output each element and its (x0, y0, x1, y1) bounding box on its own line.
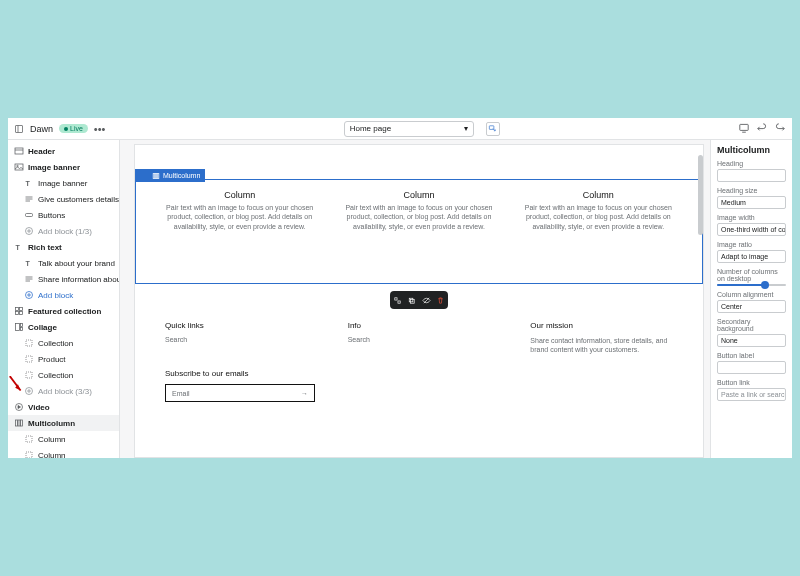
svg-rect-26 (20, 308, 23, 311)
hide-icon[interactable] (422, 296, 431, 305)
viewport-inspector-icon[interactable] (486, 122, 500, 136)
lines-icon (24, 194, 34, 204)
sidebar-item[interactable]: Column (8, 431, 119, 447)
svg-rect-13 (26, 214, 33, 217)
sidebar-image-banner[interactable]: Image banner (8, 159, 119, 175)
svg-rect-34 (26, 372, 32, 378)
collection-icon (24, 354, 34, 364)
svg-rect-50 (398, 300, 400, 302)
page-selector-label: Home page (350, 124, 391, 133)
button-label-input[interactable] (717, 361, 786, 374)
svg-rect-48 (157, 173, 159, 178)
footer-quick-links-title: Quick links (165, 321, 308, 330)
button-label-label: Button label (717, 352, 786, 359)
sidebar-item[interactable]: Buttons (8, 207, 119, 223)
undo-icon[interactable] (756, 122, 768, 136)
theme-name: Dawn (30, 124, 53, 134)
heading-size-select[interactable]: Medium (717, 196, 786, 209)
preview-scrollbar[interactable] (697, 145, 703, 457)
svg-rect-32 (26, 340, 32, 346)
settings-title: Multicolumn (717, 145, 786, 155)
collection-icon (24, 450, 34, 458)
sidebar-item[interactable]: TImage banner (8, 175, 119, 191)
svg-rect-30 (21, 324, 23, 327)
sidebar-item[interactable]: Give customers details about ... (8, 191, 119, 207)
alignment-label: Column alignment (717, 291, 786, 298)
plus-circle-icon (24, 386, 34, 396)
section-toolbar (390, 291, 448, 309)
subscribe-section: Subscribe to our emails Email → (165, 369, 315, 402)
image-ratio-select[interactable]: Adapt to image (717, 250, 786, 263)
preview-canvas: Multicolumn ColumnPair text with an imag… (120, 140, 710, 458)
columns-label: Number of columns on desktop (717, 268, 786, 282)
image-width-select[interactable]: One-third width of column (717, 223, 786, 236)
sidebar-featured[interactable]: Featured collection (8, 303, 119, 319)
sidebar-item[interactable]: Column (8, 447, 119, 458)
svg-rect-46 (153, 173, 155, 178)
collection-icon (24, 434, 34, 444)
add-block[interactable]: Add block (3/3) (8, 383, 119, 399)
svg-rect-52 (411, 299, 415, 303)
footer-link[interactable]: Search (348, 336, 491, 343)
collage-icon (14, 322, 24, 332)
svg-point-8 (17, 165, 19, 167)
svg-rect-42 (21, 420, 23, 426)
footer-section: Quick linksSearch InfoSearch Our mission… (135, 315, 703, 361)
sidebar-video[interactable]: Video (8, 399, 119, 415)
add-block[interactable]: Add block (1/3) (8, 223, 119, 239)
settings-panel: Multicolumn Heading Heading size Medium … (710, 140, 792, 458)
svg-rect-5 (15, 148, 23, 154)
duplicate-icon[interactable] (407, 296, 416, 305)
preview-frame: Multicolumn ColumnPair text with an imag… (134, 144, 704, 458)
sidebar-item[interactable]: Collection (8, 335, 119, 351)
sidebar-item[interactable]: Collection (8, 367, 119, 383)
image-ratio-label: Image ratio (717, 241, 786, 248)
sidebar-item[interactable]: TTalk about your brand (8, 255, 119, 271)
sidebar-item[interactable]: Share information about your... (8, 271, 119, 287)
top-bar: Dawn Live ••• Home page ▾ (8, 118, 792, 140)
button-link-label: Button link (717, 379, 786, 386)
background-select[interactable]: None (717, 334, 786, 347)
multicolumn-icon (14, 418, 24, 428)
multicolumn-section[interactable]: ColumnPair text with an image to focus o… (135, 179, 703, 284)
video-icon (14, 402, 24, 412)
svg-rect-7 (15, 164, 23, 170)
footer-mission-text: Share contact information, store details… (530, 336, 673, 355)
device-preview-icon[interactable] (738, 122, 750, 136)
footer-link[interactable]: Search (165, 336, 308, 343)
svg-rect-27 (16, 312, 19, 315)
svg-rect-49 (395, 297, 397, 299)
sidebar-rich-text[interactable]: TRich text (8, 239, 119, 255)
email-input[interactable]: Email → (165, 384, 315, 402)
text-icon: T (24, 258, 34, 268)
sidebar-multicolumn[interactable]: Multicolumn (8, 415, 119, 431)
rich-text-icon: T (14, 242, 24, 252)
sidebar-collage[interactable]: Collage (8, 319, 119, 335)
image-width-label: Image width (717, 214, 786, 221)
svg-rect-44 (26, 452, 32, 458)
settings-icon[interactable] (393, 296, 402, 305)
svg-text:T: T (26, 260, 31, 267)
more-menu[interactable]: ••• (94, 123, 106, 135)
columns-slider[interactable] (717, 284, 786, 286)
live-badge: Live (59, 124, 88, 133)
sidebar-header[interactable]: Header (8, 143, 119, 159)
redo-icon[interactable] (774, 122, 786, 136)
plus-circle-icon (24, 226, 34, 236)
header-icon (14, 146, 24, 156)
button-link-input[interactable]: Paste a link or search (717, 388, 786, 401)
alignment-select[interactable]: Center (717, 300, 786, 313)
collection-icon (24, 338, 34, 348)
add-block[interactable]: Add block (8, 287, 119, 303)
background-label: Secondary background (717, 318, 786, 332)
page-selector[interactable]: Home page ▾ (344, 121, 474, 137)
delete-icon[interactable] (436, 296, 445, 305)
heading-input[interactable] (717, 169, 786, 182)
sidebar-item[interactable]: Product (8, 351, 119, 367)
arrow-right-icon[interactable]: → (301, 390, 308, 397)
svg-rect-33 (26, 356, 32, 362)
svg-rect-28 (20, 312, 23, 315)
sidebar-toggle-icon[interactable] (14, 124, 24, 134)
svg-rect-31 (21, 328, 23, 331)
plus-circle-icon (24, 290, 34, 300)
